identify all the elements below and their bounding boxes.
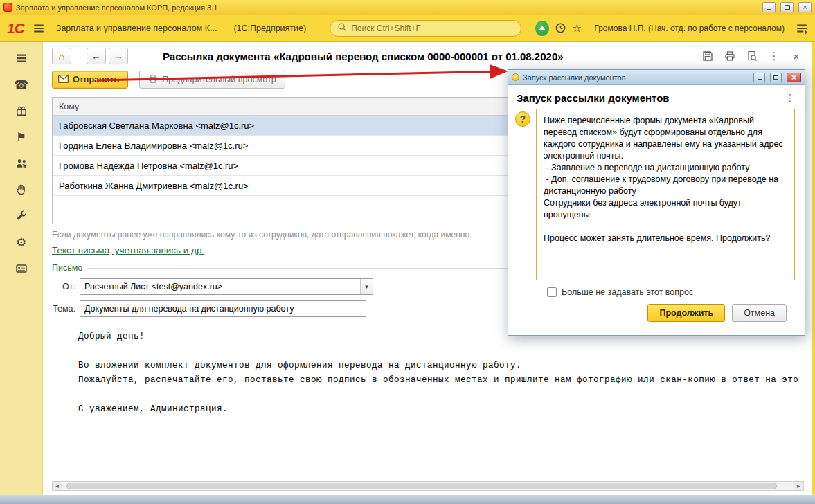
close-button[interactable]: × xyxy=(798,2,812,12)
page-title: Рассылка документа «Кадровый перевод спи… xyxy=(163,51,564,62)
sections-menu-icon[interactable] xyxy=(12,50,30,66)
horizontal-scrollbar[interactable]: ◄ ► xyxy=(52,481,804,491)
checkbox-label: Больше не задавать этот вопрос xyxy=(562,287,693,297)
main-menu-icon[interactable] xyxy=(33,22,45,35)
people-icon[interactable] xyxy=(12,155,30,172)
dialog-content: ? Ниже перечисленные формы документа «Ка… xyxy=(515,109,795,280)
from-field-row: От: ▾ xyxy=(52,278,373,295)
flag-icon[interactable]: ⚑ xyxy=(12,129,30,145)
scrollbar-track[interactable] xyxy=(62,481,794,491)
wrench-icon[interactable] xyxy=(12,208,30,224)
window-frame-bottom xyxy=(0,495,815,504)
close-form-icon[interactable]: × xyxy=(789,49,803,63)
subject-field-row: Тема: xyxy=(52,300,366,317)
mailing-start-dialog: Запуск рассылки документов × Запуск расс… xyxy=(508,69,805,336)
window-titlebar: Зарплата и управление персоналом КОРП, р… xyxy=(0,0,815,15)
dialog-maximize-button[interactable] xyxy=(770,73,782,82)
window-title: Зарплата и управление персоналом КОРП, р… xyxy=(16,3,217,12)
current-user[interactable]: Громова Н.П. (Нач. отд. по работе с перс… xyxy=(594,24,785,33)
question-icon: ? xyxy=(515,111,530,127)
letter-settings-link[interactable]: Текст письма, учетная запись и др. xyxy=(52,245,204,255)
global-search[interactable] xyxy=(330,20,521,37)
from-input[interactable] xyxy=(80,279,360,294)
letter-body-editor[interactable]: Добрый день! Во вложении комплект докуме… xyxy=(78,330,812,477)
print-preview-icon[interactable] xyxy=(745,49,759,63)
main-toolbar: 1С Зарплата и управление персоналом К...… xyxy=(0,15,815,42)
scrollbar-thumb[interactable] xyxy=(66,483,777,489)
letter-group-label: Письмо xyxy=(52,263,82,273)
service-menu-icon[interactable] xyxy=(796,22,808,35)
search-input[interactable] xyxy=(351,24,514,33)
form-actions: Отправить Предварительный просмотр xyxy=(52,71,285,89)
dialog-minimize-button[interactable] xyxy=(753,73,765,82)
dialog-titlebar: Запуск рассылки документов × xyxy=(508,70,805,85)
preview-button[interactable]: Предварительный просмотр xyxy=(139,71,285,89)
app-icon xyxy=(3,3,12,12)
window-frame-right xyxy=(812,15,815,495)
gift-icon[interactable] xyxy=(12,102,30,119)
platform-label: (1С:Предприятие) xyxy=(233,24,306,33)
search-icon xyxy=(337,22,347,34)
discussions-icon[interactable] xyxy=(535,21,549,36)
print-icon[interactable] xyxy=(723,49,737,63)
subject-input[interactable] xyxy=(80,300,366,317)
form-navigation-row: ⌂ ← → Рассылка документа «Кадровый перев… xyxy=(43,47,812,65)
scroll-left-icon[interactable]: ◄ xyxy=(52,481,62,491)
back-button[interactable]: ← xyxy=(87,48,106,64)
preview-button-label: Предварительный просмотр xyxy=(162,75,276,84)
dont-ask-again-checkbox[interactable]: Больше не задавать этот вопрос xyxy=(547,287,693,297)
hand-icon[interactable] xyxy=(12,181,30,198)
send-button-label: Отправить xyxy=(73,75,119,84)
home-button[interactable]: ⌂ xyxy=(52,48,71,64)
dialog-window-title: Запуск рассылки документов xyxy=(523,73,626,82)
dialog-header-row: Запуск рассылки документов ⋮ xyxy=(508,85,805,104)
favorites-icon[interactable]: ☆ xyxy=(572,21,582,35)
chevron-down-icon[interactable]: ▾ xyxy=(360,279,373,294)
envelope-icon xyxy=(58,75,69,85)
from-label: От: xyxy=(52,282,75,291)
minimize-button[interactable] xyxy=(762,2,776,12)
phone-icon[interactable]: ☎ xyxy=(12,76,30,93)
1c-logo-icon: 1С xyxy=(7,20,24,37)
send-button[interactable]: Отправить xyxy=(52,71,128,89)
dialog-heading: Запуск рассылки документов xyxy=(517,92,670,104)
dialog-close-button[interactable]: × xyxy=(787,73,801,82)
save-icon[interactable] xyxy=(701,49,715,63)
dialog-message: Ниже перечисленные формы документа «Кадр… xyxy=(536,109,795,280)
more-menu-icon[interactable]: ⋮ xyxy=(767,49,781,63)
dialog-buttons: Продолжить Отмена xyxy=(647,304,787,322)
id-card-icon[interactable] xyxy=(12,260,30,277)
printer-icon xyxy=(148,74,158,86)
subject-label: Тема: xyxy=(52,304,75,314)
maximize-icon xyxy=(785,5,790,10)
forward-button[interactable]: → xyxy=(109,48,128,64)
gear-icon[interactable]: ⚙ xyxy=(12,234,30,251)
history-icon[interactable] xyxy=(555,22,566,34)
maximize-icon xyxy=(773,75,778,80)
continue-button[interactable]: Продолжить xyxy=(647,304,725,322)
app-title: Зарплата и управление персоналом К... xyxy=(56,24,217,33)
maximize-button[interactable] xyxy=(780,2,794,12)
dialog-more-menu-icon[interactable]: ⋮ xyxy=(785,92,795,103)
scroll-right-icon[interactable]: ► xyxy=(794,481,804,491)
hint-text: Если документы ранее уже направлялись ко… xyxy=(52,230,472,240)
sections-sidebar: ☎ ⚑ ⚙ xyxy=(0,42,43,495)
cancel-button[interactable]: Отмена xyxy=(732,304,787,322)
minimize-icon xyxy=(758,79,762,80)
minimize-icon xyxy=(767,9,771,10)
from-select[interactable]: ▾ xyxy=(80,278,373,295)
checkbox-icon[interactable] xyxy=(547,287,557,297)
dialog-icon xyxy=(512,73,519,81)
